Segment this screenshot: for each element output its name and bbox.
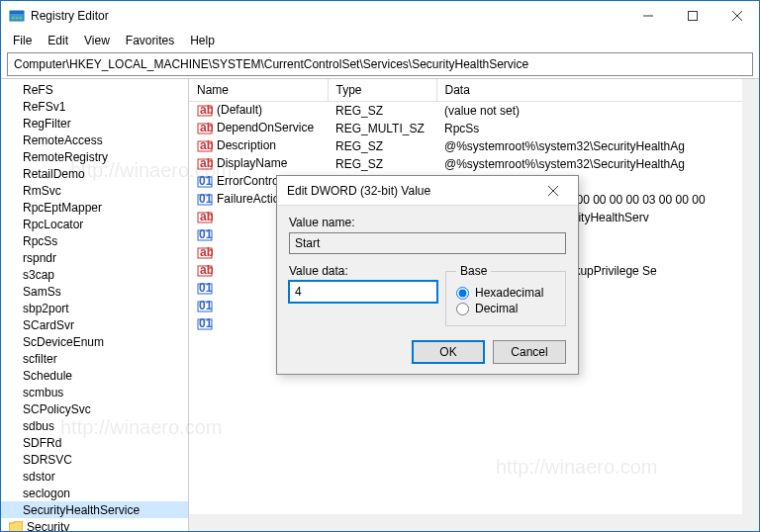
string-icon: ab — [197, 138, 213, 154]
tree-item[interactable]: seclogon — [1, 485, 189, 501]
svg-point-4 — [20, 17, 23, 20]
tree-item-folder[interactable]: Security — [1, 518, 189, 531]
value-row[interactable]: ab(Default)REG_SZ(value not set) — [189, 102, 759, 121]
address-text: Computer\HKEY_LOCAL_MACHINE\SYSTEM\Curre… — [14, 57, 528, 71]
svg-text:ab: ab — [200, 121, 213, 134]
svg-point-3 — [16, 17, 19, 20]
tree-item[interactable]: RemoteAccess — [1, 132, 189, 148]
tree-item[interactable]: SecurityHealthService — [1, 501, 189, 518]
binary-icon: 011 — [197, 281, 213, 297]
maximize-button[interactable] — [670, 1, 714, 31]
tree-item[interactable]: Schedule — [1, 367, 189, 384]
string-icon: ab — [197, 103, 213, 119]
value-row[interactable]: abDependOnServiceREG_MULTI_SZRpcSs — [189, 120, 759, 137]
tree-item[interactable]: s3cap — [1, 266, 189, 283]
tree-item[interactable]: RpcSs — [1, 232, 189, 249]
close-button[interactable] — [714, 1, 759, 31]
string-icon: ab — [197, 210, 213, 225]
dialog-title: Edit DWORD (32-bit) Value — [287, 184, 538, 198]
tree-item[interactable]: sdstor — [1, 468, 189, 485]
cancel-button[interactable]: Cancel — [493, 340, 566, 364]
tree-item[interactable]: SDFRd — [1, 434, 189, 451]
menu-file[interactable]: File — [5, 33, 40, 48]
base-label: Base — [456, 264, 491, 278]
tree-item[interactable]: RetailDemo — [1, 165, 189, 182]
ok-button[interactable]: OK — [412, 340, 485, 364]
svg-text:ab: ab — [200, 138, 213, 152]
radio-hex[interactable]: Hexadecimal — [456, 286, 555, 300]
menu-help[interactable]: Help — [182, 33, 223, 48]
window-title: Registry Editor — [31, 9, 625, 23]
registry-tree[interactable]: ReFSReFSv1RegFilterRemoteAccessRemoteReg… — [1, 79, 189, 531]
tree-item[interactable]: SDRSVC — [1, 451, 189, 468]
svg-rect-6 — [688, 12, 697, 21]
value-row[interactable]: abDisplayNameREG_SZ@%systemroot%\system3… — [189, 155, 759, 173]
tree-item[interactable]: rspndr — [1, 249, 189, 266]
radio-hex-input[interactable] — [456, 287, 469, 300]
binary-icon: 011 — [197, 299, 213, 314]
tree-item[interactable]: sdbus — [1, 417, 189, 434]
value-name-input[interactable] — [289, 232, 566, 254]
value-data-label: Value data: — [289, 264, 437, 278]
tree-item[interactable]: RmSvc — [1, 182, 189, 199]
svg-rect-1 — [10, 11, 24, 14]
svg-text:011: 011 — [199, 227, 213, 241]
values-hscroll[interactable] — [189, 514, 759, 531]
svg-text:011: 011 — [199, 174, 213, 188]
radio-dec[interactable]: Decimal — [456, 302, 555, 315]
minimize-button[interactable] — [625, 1, 670, 31]
string-icon: ab — [197, 263, 213, 279]
value-name-label: Value name: — [289, 216, 566, 229]
tree-item[interactable]: ReFSv1 — [1, 98, 189, 115]
string-icon: ab — [197, 245, 213, 261]
tree-item[interactable]: RpcLocator — [1, 216, 189, 232]
tree-item[interactable]: scmbus — [1, 384, 189, 400]
svg-text:ab: ab — [200, 210, 213, 223]
window-titlebar: Registry Editor — [1, 1, 759, 31]
col-type[interactable]: Type — [328, 79, 436, 102]
svg-text:011: 011 — [199, 281, 213, 295]
menu-view[interactable]: View — [76, 33, 118, 48]
svg-text:011: 011 — [199, 192, 213, 206]
svg-text:ab: ab — [200, 245, 213, 259]
folder-icon — [9, 521, 23, 532]
col-data[interactable]: Data — [436, 79, 759, 102]
svg-text:ab: ab — [200, 156, 213, 170]
tree-item[interactable]: SamSs — [1, 283, 189, 300]
binary-icon: 011 — [197, 227, 213, 243]
svg-text:011: 011 — [199, 316, 213, 330]
address-bar[interactable]: Computer\HKEY_LOCAL_MACHINE\SYSTEM\Curre… — [7, 52, 753, 76]
regedit-icon — [9, 8, 25, 24]
radio-dec-input[interactable] — [456, 303, 469, 315]
string-icon: ab — [197, 156, 213, 172]
values-vscroll[interactable] — [742, 79, 759, 531]
tree-item[interactable]: SCardSvr — [1, 316, 189, 333]
svg-text:ab: ab — [200, 103, 213, 117]
binary-icon: 011 — [197, 316, 213, 332]
col-name[interactable]: Name — [189, 79, 328, 102]
menu-edit[interactable]: Edit — [40, 33, 76, 48]
tree-item[interactable]: ReFS — [1, 81, 189, 98]
dialog-close-button[interactable] — [538, 176, 568, 206]
tree-item[interactable]: SCPolicySvc — [1, 400, 189, 417]
edit-dword-dialog: Edit DWORD (32-bit) Value Value name: Va… — [276, 175, 579, 375]
tree-item[interactable]: scfilter — [1, 350, 189, 367]
base-fieldset: Base Hexadecimal Decimal — [445, 264, 566, 326]
menubar: File Edit View Favorites Help — [1, 31, 759, 50]
menu-favorites[interactable]: Favorites — [118, 33, 182, 48]
tree-item[interactable]: ScDeviceEnum — [1, 333, 189, 350]
value-data-input[interactable] — [289, 281, 437, 303]
tree-item[interactable]: RegFilter — [1, 115, 189, 132]
tree-item[interactable]: sbp2port — [1, 300, 189, 316]
svg-text:011: 011 — [199, 299, 213, 312]
svg-point-2 — [12, 17, 15, 20]
tree-item[interactable]: RpcEptMapper — [1, 199, 189, 216]
string-icon: ab — [197, 121, 213, 136]
svg-text:ab: ab — [200, 263, 213, 277]
binary-icon: 011 — [197, 192, 213, 208]
tree-item[interactable]: RemoteRegistry — [1, 148, 189, 165]
value-row[interactable]: abDescriptionREG_SZ@%systemroot%\system3… — [189, 137, 759, 155]
binary-icon: 011 — [197, 174, 213, 190]
